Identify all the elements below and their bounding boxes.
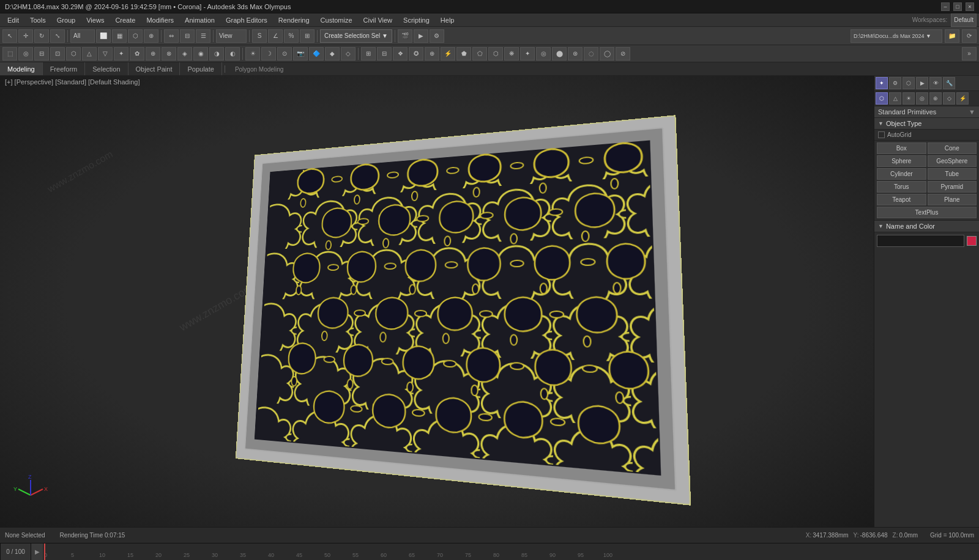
tb2-btn4[interactable]: ⊡: [50, 47, 65, 61]
move-tool[interactable]: ✛: [18, 29, 33, 43]
prim-plane[interactable]: Plane: [928, 194, 977, 205]
prim-cone[interactable]: Cone: [928, 142, 977, 154]
angle-snap[interactable]: ∠: [268, 29, 283, 43]
tb2-btn1[interactable]: ⬚: [2, 47, 17, 61]
rp-sub-helper[interactable]: ⊕: [929, 92, 942, 105]
prim-torus[interactable]: Torus: [877, 181, 926, 193]
tb2-btn3[interactable]: ⊟: [34, 47, 49, 61]
path-btn2[interactable]: ⟳: [962, 29, 977, 43]
layer-tool[interactable]: ☰: [196, 29, 210, 43]
path-btn1[interactable]: 📁: [945, 29, 959, 43]
rp-sub-space[interactable]: ◇: [943, 92, 955, 105]
render-setup[interactable]: ⚙: [430, 29, 444, 43]
tb2-geo1[interactable]: 🔷: [309, 47, 324, 61]
scale-tool[interactable]: ⤡: [50, 29, 65, 43]
tb2-extra14[interactable]: ◯: [600, 47, 614, 61]
menu-rendering[interactable]: Rendering: [274, 15, 315, 25]
tb2-btn12[interactable]: ◈: [177, 47, 192, 61]
tb2-btn15[interactable]: ◐: [225, 47, 240, 61]
tb2-extra2[interactable]: ✪: [409, 47, 423, 61]
prim-box[interactable]: Box: [877, 142, 926, 154]
percent-snap[interactable]: %: [284, 29, 299, 43]
prim-tube[interactable]: Tube: [928, 168, 977, 180]
mirror-tool[interactable]: ⇔: [164, 29, 179, 43]
menu-tools[interactable]: Tools: [25, 15, 51, 25]
select-region[interactable]: ▦: [112, 29, 127, 43]
menu-edit[interactable]: Edit: [2, 15, 24, 25]
name-and-color-header[interactable]: ▼ Name and Color: [874, 221, 979, 232]
tb2-expand[interactable]: »: [962, 47, 977, 61]
tb2-extra1[interactable]: ❖: [393, 47, 408, 61]
tb2-extra3[interactable]: ⊕: [425, 47, 439, 61]
align-tool[interactable]: ⊟: [180, 29, 195, 43]
tb2-btn5[interactable]: ⬡: [66, 47, 81, 61]
rp-icon-modify[interactable]: ⚙: [889, 77, 901, 89]
workspace-dropdown[interactable]: Default: [951, 13, 977, 27]
rp-sub-system[interactable]: ⚡: [956, 92, 969, 105]
playhead[interactable]: [44, 543, 45, 560]
lasso-select[interactable]: ⬡: [128, 29, 143, 43]
rp-icon-create[interactable]: ✦: [876, 77, 888, 89]
minimize-button[interactable]: –: [941, 2, 950, 11]
autogrid-checkbox[interactable]: [878, 131, 885, 138]
prim-sphere[interactable]: Sphere: [877, 155, 926, 167]
select-tool[interactable]: ↖: [2, 29, 17, 43]
tb2-geo3[interactable]: ◇: [341, 47, 355, 61]
create-selection-button[interactable]: Create Selection Sel ▼: [320, 29, 392, 43]
menu-customize[interactable]: Customize: [316, 15, 357, 25]
tb2-cam1[interactable]: 📷: [293, 47, 308, 61]
tab-selection[interactable]: Selection: [85, 62, 128, 75]
tb2-extra6[interactable]: ⬠: [472, 47, 487, 61]
object-type-header[interactable]: ▼ Object Type: [874, 118, 979, 130]
tb2-extra8[interactable]: ❋: [504, 47, 519, 61]
tab-populate[interactable]: Populate: [180, 62, 221, 75]
maximize-button[interactable]: □: [953, 2, 962, 11]
rp-icon-motion[interactable]: ▶: [916, 77, 928, 89]
tb2-extra12[interactable]: ⊛: [568, 47, 583, 61]
tb2-extra10[interactable]: ◎: [536, 47, 551, 61]
tb2-btn6[interactable]: △: [82, 47, 97, 61]
tb2-btn8[interactable]: ✦: [114, 47, 128, 61]
rotate-tool[interactable]: ↻: [34, 29, 49, 43]
timeline-expand-button[interactable]: ▶: [31, 543, 43, 561]
path-dropdown[interactable]: D:\2HMI\Docu...ds Max 2024 ▼: [851, 29, 942, 43]
rp-icon-display[interactable]: 👁: [929, 77, 942, 89]
menu-help[interactable]: Help: [436, 15, 460, 25]
tb2-light2[interactable]: ☽: [261, 47, 276, 61]
tb2-extra4[interactable]: ⚡: [441, 47, 455, 61]
menu-civil-view[interactable]: Civil View: [359, 15, 397, 25]
tb2-extra13[interactable]: ◌: [584, 47, 598, 61]
object-name-input[interactable]: [877, 235, 964, 247]
tb2-light3[interactable]: ⊙: [277, 47, 292, 61]
timeline-track[interactable]: 0 5 10 15 20 25 30 35 40 45 50 55 60 65 …: [43, 543, 979, 560]
tb2-btn7[interactable]: ▽: [98, 47, 113, 61]
prim-geosphere[interactable]: GeoSphere: [928, 155, 977, 167]
rp-sub-light[interactable]: ☀: [903, 92, 915, 105]
viewport[interactable]: [+] [Perspective] [Standard] [Default Sh…: [0, 76, 874, 527]
snap-toggle[interactable]: S: [252, 29, 267, 43]
prim-textplus[interactable]: TextPlus: [877, 207, 977, 218]
tb2-btn10[interactable]: ⊕: [146, 47, 160, 61]
menu-animation[interactable]: Animation: [180, 15, 220, 25]
close-button[interactable]: ×: [966, 2, 974, 11]
rp-icon-utilities[interactable]: 🔧: [943, 77, 955, 89]
tb2-extra5[interactable]: ⬟: [456, 47, 471, 61]
prim-pyramid[interactable]: Pyramid: [928, 181, 977, 193]
paint-select[interactable]: ⊕: [144, 29, 158, 43]
rp-sub-cam[interactable]: ◎: [916, 92, 928, 105]
render-scene[interactable]: 🎬: [398, 29, 412, 43]
tb2-geo2[interactable]: ◆: [325, 47, 340, 61]
spinner-snap[interactable]: ⊞: [300, 29, 315, 43]
rp-sub-shape[interactable]: △: [889, 92, 901, 105]
all-dropdown[interactable]: All: [70, 29, 95, 43]
tb2-light1[interactable]: ☀: [245, 47, 260, 61]
menu-scripting[interactable]: Scripting: [398, 15, 434, 25]
view-dropdown[interactable]: View: [216, 29, 247, 43]
tb2-extra11[interactable]: ⬤: [552, 47, 567, 61]
rp-sub-geo[interactable]: ⬡: [876, 92, 888, 105]
tb2-extra7[interactable]: ⬡: [488, 47, 503, 61]
tb2-btn9[interactable]: ✿: [130, 47, 144, 61]
select-btn[interactable]: ⬜: [96, 29, 111, 43]
rp-icon-hierarchy[interactable]: ⬡: [903, 77, 915, 89]
standard-primitives-label[interactable]: Standard Primitives ▼: [874, 106, 979, 118]
